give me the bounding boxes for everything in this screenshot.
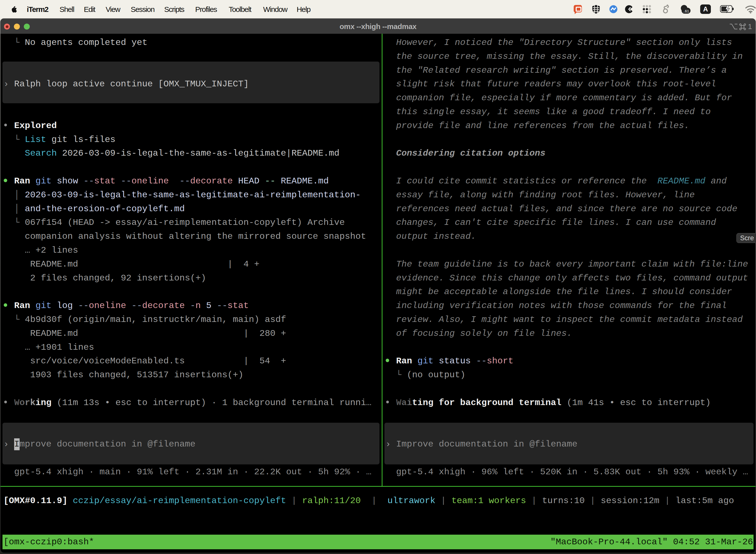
svg-text:..61: ..61 bbox=[683, 9, 689, 13]
